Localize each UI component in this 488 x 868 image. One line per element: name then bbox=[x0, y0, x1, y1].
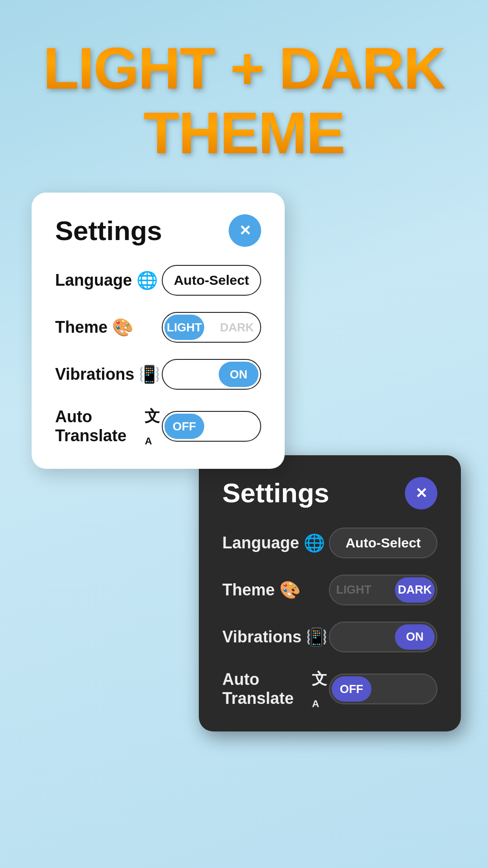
light-translate-toggle[interactable]: OFF bbox=[162, 411, 261, 442]
translate-icon: 文A bbox=[145, 406, 162, 447]
dark-settings-card: Settings ✕ Language 🌐 Auto-Select Theme … bbox=[199, 455, 461, 731]
light-translate-label: Auto Translate 文A bbox=[55, 406, 162, 447]
dark-language-label: Language 🌐 bbox=[222, 533, 325, 553]
dark-translate-toggle[interactable]: OFF bbox=[329, 674, 437, 704]
light-vibrations-row: Vibrations 📳 ON bbox=[55, 359, 261, 390]
dark-vibrations-label: Vibrations 📳 bbox=[222, 627, 327, 647]
dark-vibrations-row: Vibrations 📳 ON bbox=[222, 622, 437, 652]
light-close-button[interactable]: ✕ bbox=[229, 214, 261, 247]
light-theme-label: Theme 🎨 bbox=[55, 317, 133, 337]
light-language-button[interactable]: Auto-Select bbox=[162, 265, 261, 296]
light-theme-toggle[interactable]: LIGHT DARK bbox=[162, 312, 261, 343]
dark-translate-icon: 文A bbox=[312, 669, 329, 710]
dark-vibrate-icon: 📳 bbox=[306, 627, 327, 647]
dark-language-value: Auto-Select bbox=[333, 535, 434, 551]
light-language-value: Auto-Select bbox=[165, 273, 258, 288]
globe-icon: 🌐 bbox=[136, 270, 158, 290]
light-theme-dark-label: DARK bbox=[220, 321, 254, 335]
dark-translate-label: Auto Translate 文A bbox=[222, 669, 329, 710]
headline: Light + dark theme bbox=[43, 36, 445, 165]
dark-palette-icon: 🎨 bbox=[279, 580, 300, 600]
light-card-title: Settings bbox=[55, 215, 162, 246]
headline-text: Light + dark bbox=[43, 36, 445, 101]
light-language-label: Language 🌐 bbox=[55, 270, 158, 290]
dark-card-header: Settings ✕ bbox=[222, 477, 437, 509]
dark-close-button[interactable]: ✕ bbox=[405, 477, 437, 509]
dark-theme-row: Theme 🎨 LIGHT DARK bbox=[222, 575, 437, 605]
dark-globe-icon: 🌐 bbox=[304, 533, 325, 553]
light-translate-row: Auto Translate 文A OFF bbox=[55, 406, 261, 447]
light-translate-knob: OFF bbox=[164, 414, 204, 439]
light-card-header: Settings ✕ bbox=[55, 214, 261, 247]
vibrate-icon: 📳 bbox=[139, 364, 160, 384]
dark-translate-row: Auto Translate 文A OFF bbox=[222, 669, 437, 710]
headline-text2: theme bbox=[43, 101, 445, 165]
cards-container: Settings ✕ Language 🌐 Auto-Select Theme … bbox=[18, 193, 470, 731]
dark-vib-knob: ON bbox=[395, 624, 435, 650]
dark-language-row: Language 🌐 Auto-Select bbox=[222, 528, 437, 558]
dark-card-title: Settings bbox=[222, 477, 329, 509]
dark-language-button[interactable]: Auto-Select bbox=[329, 528, 437, 558]
light-vib-knob: ON bbox=[219, 362, 258, 387]
dark-translate-knob: OFF bbox=[332, 676, 371, 702]
light-language-row: Language 🌐 Auto-Select bbox=[55, 265, 261, 296]
dark-vibrations-toggle[interactable]: ON bbox=[329, 622, 437, 652]
light-vibrations-toggle[interactable]: ON bbox=[162, 359, 261, 390]
light-theme-knob: LIGHT bbox=[164, 315, 204, 340]
light-theme-row: Theme 🎨 LIGHT DARK bbox=[55, 312, 261, 343]
dark-theme-knob: DARK bbox=[395, 577, 435, 603]
light-settings-card: Settings ✕ Language 🌐 Auto-Select Theme … bbox=[32, 193, 285, 469]
dark-theme-label: Theme 🎨 bbox=[222, 580, 300, 600]
light-vibrations-label: Vibrations 📳 bbox=[55, 364, 160, 384]
dark-theme-toggle[interactable]: LIGHT DARK bbox=[329, 575, 437, 605]
dark-theme-light-label: LIGHT bbox=[336, 583, 371, 597]
palette-icon: 🎨 bbox=[112, 317, 133, 337]
